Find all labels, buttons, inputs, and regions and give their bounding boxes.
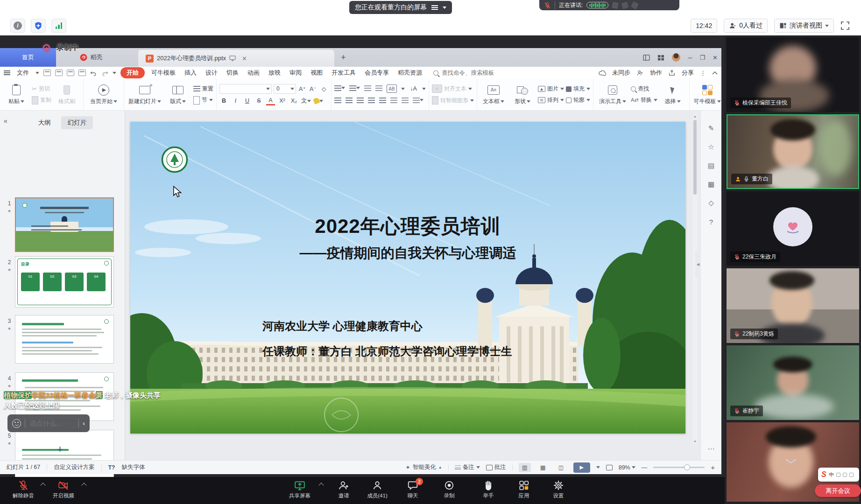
menu-start[interactable]: 开始 (120, 67, 145, 78)
subscript-button[interactable]: X₂ (289, 97, 298, 105)
style-brush-icon[interactable]: ✎ (706, 124, 716, 133)
export-icon[interactable] (55, 70, 63, 76)
invite-button[interactable]: 邀请 (327, 480, 360, 499)
info-button[interactable]: i (10, 19, 25, 33)
font-color-button[interactable]: A (266, 97, 275, 105)
outline-button[interactable]: 轮廓 (566, 96, 590, 104)
decrease-indent-button[interactable] (364, 84, 371, 93)
menu-transition[interactable]: 切换 (224, 69, 241, 77)
slide-thumbnail-1[interactable] (15, 197, 114, 252)
chart-pane-icon[interactable]: ▦ (706, 180, 716, 189)
command-search[interactable] (433, 69, 511, 77)
share-options-chevron[interactable] (318, 483, 324, 488)
select-button[interactable]: 选择 (659, 84, 686, 105)
watching-banner[interactable]: 您正在观看董方白的屏幕 (349, 1, 452, 14)
justify-button[interactable] (368, 97, 375, 105)
undo-icon[interactable] (90, 70, 97, 76)
distribute-button[interactable] (379, 97, 386, 105)
share-screen-button[interactable]: 共享屏幕 (283, 480, 317, 499)
scroll-down-icon[interactable]: ▼ (693, 440, 697, 444)
close-window-icon[interactable]: ✕ (713, 54, 718, 61)
bullets-button[interactable] (334, 84, 345, 93)
highlight-button[interactable] (314, 97, 323, 105)
panel-expand-tab[interactable]: ◀ (695, 251, 701, 278)
clear-format-button[interactable]: ◇ (319, 84, 328, 93)
numbering-button[interactable] (349, 84, 360, 93)
close-tab-icon[interactable]: ✕ (242, 55, 247, 62)
mic-options-chevron[interactable] (40, 483, 45, 488)
menu-docer-res[interactable]: 稻壳资源 (395, 69, 424, 77)
chat-collapse-icon[interactable]: ‹ (83, 420, 85, 427)
slide-canvas[interactable]: 2022年心理委员培训 ——疫情期间的自我关怀与心理调适 河南农业大学 心理健康… (130, 122, 685, 434)
arrange-button[interactable]: ≋排列 (538, 96, 564, 104)
textbox-button[interactable]: A≡文本框 (480, 84, 507, 105)
chat-input-bar[interactable]: ‹ (7, 414, 90, 432)
increase-indent-button[interactable] (375, 84, 382, 93)
italic-button[interactable]: I (231, 97, 240, 105)
menu-keniu[interactable]: 可牛模板 (149, 69, 178, 77)
fullscreen-icon[interactable] (840, 21, 850, 30)
ime-icon[interactable] (836, 473, 840, 477)
strike-button[interactable]: S (254, 97, 263, 105)
text-direction-button[interactable]: AB (387, 84, 397, 93)
new-tab-button[interactable]: + (341, 53, 346, 63)
zoom-slider[interactable] (653, 467, 705, 468)
participant-tile[interactable]: 植保采编部王佳悦 (727, 37, 859, 112)
menu-insert[interactable]: 插入 (182, 69, 199, 77)
menu-slideshow[interactable]: 放映 (266, 69, 283, 77)
font-size-select[interactable] (274, 84, 296, 94)
save-icon[interactable] (43, 70, 51, 76)
menu-devtools[interactable]: 开发工具 (329, 69, 358, 77)
participant-tile[interactable]: 22保三朱政月 (727, 191, 859, 266)
minimize-window-icon[interactable]: ─ (688, 54, 692, 61)
participant-tile-speaking[interactable]: 董方白 (727, 114, 859, 189)
preview-icon[interactable] (78, 70, 86, 76)
beautify-button[interactable]: ✦智能美化▲ (405, 463, 442, 471)
scroll-up-icon[interactable]: ▲ (693, 114, 697, 119)
notes-button[interactable]: 备注 (455, 463, 480, 471)
tab-document[interactable]: P 2022年心理委员培训.pptx ✕ (138, 50, 334, 67)
more-menu-icon[interactable]: ⋮ (700, 70, 706, 77)
user-avatar[interactable] (672, 53, 680, 62)
clipboard-pane-icon[interactable]: ▤ (706, 161, 716, 170)
zoom-level[interactable]: 89% (619, 464, 635, 471)
phonetic-button[interactable]: 文 (301, 97, 311, 105)
replace-button[interactable]: A⇄替换 (631, 96, 657, 104)
shape-pane-icon[interactable]: ◇ (706, 198, 716, 208)
start-video-button[interactable]: 开启视频 (47, 480, 80, 499)
slide-thumbnail-2[interactable]: 目录 01 02 03 04 (15, 256, 114, 308)
sorter-view-icon[interactable]: ▦ (537, 463, 549, 472)
view-mode-select[interactable]: 演讲者视图 (774, 19, 834, 33)
menu-design[interactable]: 设计 (203, 69, 220, 77)
camera-options-chevron[interactable] (81, 483, 86, 488)
para-spacing-before-button[interactable] (390, 97, 397, 105)
line-spacing-button[interactable]: ↓A (409, 84, 418, 93)
reading-view-icon[interactable]: ◫ (555, 463, 567, 472)
menu-review[interactable]: 审阅 (287, 69, 304, 77)
align-center-button[interactable] (346, 97, 353, 105)
ime-icon[interactable] (843, 473, 847, 477)
sync-status[interactable]: 未同步 (612, 69, 630, 77)
menu-member[interactable]: 会员专享 (362, 69, 391, 77)
viewer-count-button[interactable]: 0人看过 (724, 19, 768, 33)
slideshow-play-button[interactable]: ▶ (573, 462, 590, 473)
help-icon[interactable]: ? (706, 217, 716, 226)
keniu-template-button[interactable]: 可牛模板 (692, 84, 721, 105)
redo-icon[interactable] (101, 70, 108, 76)
font-name-select[interactable] (219, 84, 272, 94)
chat-input-field[interactable] (29, 419, 75, 427)
menu-animation[interactable]: 动画 (245, 69, 262, 77)
present-tools-button[interactable]: 演示工具 (596, 84, 629, 105)
participant-tile[interactable]: 崔静宇 (727, 345, 859, 420)
smart-graphic-button[interactable]: 转智能图形 (432, 96, 474, 105)
hamburger-icon[interactable] (4, 70, 10, 75)
share-button[interactable]: 分享 (682, 69, 694, 77)
favorite-icon[interactable]: ☆ (706, 142, 716, 152)
collapse-videos-chevron[interactable] (777, 457, 805, 465)
cut-button[interactable]: ✂剪切 (32, 85, 51, 93)
normal-view-icon[interactable]: ▥ (519, 463, 531, 472)
members-button[interactable]: 成员(41) (360, 480, 394, 499)
slide-thumbnail-3[interactable] (15, 315, 114, 364)
underline-button[interactable]: U (243, 97, 252, 105)
copy-button[interactable]: 复制 (32, 96, 51, 105)
